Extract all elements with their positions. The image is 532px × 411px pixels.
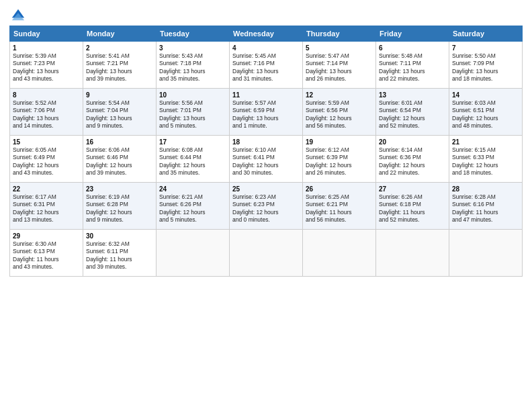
calendar-cell: 18Sunrise: 6:10 AMSunset: 6:41 PMDayligh… bbox=[230, 136, 303, 183]
calendar-cell: 9Sunrise: 5:54 AMSunset: 7:04 PMDaylight… bbox=[83, 89, 157, 136]
day-info: Sunrise: 5:48 AMSunset: 7:11 PMDaylight:… bbox=[379, 52, 446, 83]
calendar-cell: 3Sunrise: 5:43 AMSunset: 7:18 PMDaylight… bbox=[157, 42, 230, 89]
day-info: Sunrise: 6:14 AMSunset: 6:36 PMDaylight:… bbox=[379, 146, 446, 177]
day-info: Sunrise: 6:01 AMSunset: 6:54 PMDaylight:… bbox=[379, 99, 446, 130]
calendar-cell bbox=[157, 230, 230, 277]
day-number: 27 bbox=[379, 185, 446, 193]
calendar-cell: 27Sunrise: 6:26 AMSunset: 6:18 PMDayligh… bbox=[376, 183, 449, 230]
day-info: Sunrise: 6:28 AMSunset: 6:16 PMDaylight:… bbox=[452, 193, 519, 224]
calendar-header-row: SundayMondayTuesdayWednesdayThursdayFrid… bbox=[10, 26, 523, 42]
day-number: 15 bbox=[13, 138, 80, 146]
day-info: Sunrise: 6:19 AMSunset: 6:28 PMDaylight:… bbox=[86, 193, 153, 224]
calendar-cell: 12Sunrise: 5:59 AMSunset: 6:56 PMDayligh… bbox=[303, 89, 376, 136]
calendar-cell: 10Sunrise: 5:56 AMSunset: 7:01 PMDayligh… bbox=[157, 89, 230, 136]
day-info: Sunrise: 5:57 AMSunset: 6:59 PMDaylight:… bbox=[232, 99, 300, 130]
day-info: Sunrise: 5:39 AMSunset: 7:23 PMDaylight:… bbox=[13, 52, 80, 83]
day-number: 16 bbox=[86, 138, 153, 146]
col-header-wednesday: Wednesday bbox=[230, 26, 303, 42]
week-row-4: 22Sunrise: 6:17 AMSunset: 6:31 PMDayligh… bbox=[10, 183, 523, 230]
day-number: 3 bbox=[159, 44, 226, 52]
day-number: 14 bbox=[452, 91, 519, 99]
day-number: 29 bbox=[13, 232, 80, 240]
day-info: Sunrise: 5:52 AMSunset: 7:06 PMDaylight:… bbox=[13, 99, 80, 130]
calendar-cell bbox=[303, 230, 376, 277]
logo-icon bbox=[11, 7, 26, 21]
week-row-1: 1Sunrise: 5:39 AMSunset: 7:23 PMDaylight… bbox=[10, 42, 523, 89]
calendar-cell: 7Sunrise: 5:50 AMSunset: 7:09 PMDaylight… bbox=[449, 42, 523, 89]
week-row-2: 8Sunrise: 5:52 AMSunset: 7:06 PMDaylight… bbox=[10, 89, 523, 136]
day-info: Sunrise: 5:50 AMSunset: 7:09 PMDaylight:… bbox=[452, 52, 519, 83]
calendar-cell: 30Sunrise: 6:32 AMSunset: 6:11 PMDayligh… bbox=[83, 230, 157, 277]
day-info: Sunrise: 5:59 AMSunset: 6:56 PMDaylight:… bbox=[306, 99, 373, 130]
day-info: Sunrise: 6:08 AMSunset: 6:44 PMDaylight:… bbox=[159, 146, 226, 177]
calendar-cell: 4Sunrise: 5:45 AMSunset: 7:16 PMDaylight… bbox=[230, 42, 303, 89]
day-number: 9 bbox=[86, 91, 153, 99]
day-number: 1 bbox=[13, 44, 80, 52]
day-info: Sunrise: 6:23 AMSunset: 6:23 PMDaylight:… bbox=[232, 193, 300, 224]
day-number: 11 bbox=[232, 91, 300, 99]
col-header-thursday: Thursday bbox=[303, 26, 376, 42]
day-info: Sunrise: 6:06 AMSunset: 6:46 PMDaylight:… bbox=[86, 146, 153, 177]
calendar-cell: 13Sunrise: 6:01 AMSunset: 6:54 PMDayligh… bbox=[376, 89, 449, 136]
day-number: 12 bbox=[306, 91, 373, 99]
day-number: 28 bbox=[452, 185, 519, 193]
calendar-cell: 8Sunrise: 5:52 AMSunset: 7:06 PMDaylight… bbox=[10, 89, 83, 136]
day-number: 10 bbox=[159, 91, 226, 99]
day-info: Sunrise: 6:15 AMSunset: 6:33 PMDaylight:… bbox=[452, 146, 519, 177]
calendar-cell: 21Sunrise: 6:15 AMSunset: 6:33 PMDayligh… bbox=[449, 136, 523, 183]
day-info: Sunrise: 6:25 AMSunset: 6:21 PMDaylight:… bbox=[306, 193, 373, 224]
day-number: 22 bbox=[13, 185, 80, 193]
calendar-cell: 23Sunrise: 6:19 AMSunset: 6:28 PMDayligh… bbox=[83, 183, 157, 230]
day-info: Sunrise: 6:26 AMSunset: 6:18 PMDaylight:… bbox=[379, 193, 446, 224]
day-number: 25 bbox=[232, 185, 300, 193]
col-header-tuesday: Tuesday bbox=[157, 26, 230, 42]
calendar-table: SundayMondayTuesdayWednesdayThursdayFrid… bbox=[9, 26, 523, 277]
day-number: 6 bbox=[379, 44, 446, 52]
calendar-cell: 16Sunrise: 6:06 AMSunset: 6:46 PMDayligh… bbox=[83, 136, 157, 183]
day-info: Sunrise: 5:45 AMSunset: 7:16 PMDaylight:… bbox=[232, 52, 300, 83]
calendar-cell: 14Sunrise: 6:03 AMSunset: 6:51 PMDayligh… bbox=[449, 89, 523, 136]
day-info: Sunrise: 6:30 AMSunset: 6:13 PMDaylight:… bbox=[13, 240, 80, 271]
day-number: 13 bbox=[379, 91, 446, 99]
calendar-cell: 19Sunrise: 6:12 AMSunset: 6:39 PMDayligh… bbox=[303, 136, 376, 183]
calendar-cell: 6Sunrise: 5:48 AMSunset: 7:11 PMDaylight… bbox=[376, 42, 449, 89]
day-info: Sunrise: 5:41 AMSunset: 7:21 PMDaylight:… bbox=[86, 52, 153, 83]
day-info: Sunrise: 6:12 AMSunset: 6:39 PMDaylight:… bbox=[306, 146, 373, 177]
col-header-saturday: Saturday bbox=[449, 26, 523, 42]
col-header-friday: Friday bbox=[376, 26, 449, 42]
calendar-cell: 17Sunrise: 6:08 AMSunset: 6:44 PMDayligh… bbox=[157, 136, 230, 183]
calendar-cell: 22Sunrise: 6:17 AMSunset: 6:31 PMDayligh… bbox=[10, 183, 83, 230]
day-number: 17 bbox=[159, 138, 226, 146]
day-info: Sunrise: 6:21 AMSunset: 6:26 PMDaylight:… bbox=[159, 193, 226, 224]
calendar-cell: 1Sunrise: 5:39 AMSunset: 7:23 PMDaylight… bbox=[10, 42, 83, 89]
logo bbox=[9, 7, 26, 21]
calendar-cell: 29Sunrise: 6:30 AMSunset: 6:13 PMDayligh… bbox=[10, 230, 83, 277]
day-number: 19 bbox=[306, 138, 373, 146]
day-number: 18 bbox=[232, 138, 300, 146]
calendar-cell: 2Sunrise: 5:41 AMSunset: 7:21 PMDaylight… bbox=[83, 42, 157, 89]
day-info: Sunrise: 5:43 AMSunset: 7:18 PMDaylight:… bbox=[159, 52, 226, 83]
day-info: Sunrise: 5:54 AMSunset: 7:04 PMDaylight:… bbox=[86, 99, 153, 130]
day-info: Sunrise: 6:32 AMSunset: 6:11 PMDaylight:… bbox=[86, 240, 153, 271]
calendar-cell bbox=[230, 230, 303, 277]
day-info: Sunrise: 6:10 AMSunset: 6:41 PMDaylight:… bbox=[232, 146, 300, 177]
day-number: 24 bbox=[159, 185, 226, 193]
week-row-5: 29Sunrise: 6:30 AMSunset: 6:13 PMDayligh… bbox=[10, 230, 523, 277]
col-header-monday: Monday bbox=[83, 26, 157, 42]
day-info: Sunrise: 6:05 AMSunset: 6:49 PMDaylight:… bbox=[13, 146, 80, 177]
day-number: 7 bbox=[452, 44, 519, 52]
day-number: 21 bbox=[452, 138, 519, 146]
page: SundayMondayTuesdayWednesdayThursdayFrid… bbox=[0, 0, 532, 411]
calendar-cell: 11Sunrise: 5:57 AMSunset: 6:59 PMDayligh… bbox=[230, 89, 303, 136]
week-row-3: 15Sunrise: 6:05 AMSunset: 6:49 PMDayligh… bbox=[10, 136, 523, 183]
calendar-cell: 28Sunrise: 6:28 AMSunset: 6:16 PMDayligh… bbox=[449, 183, 523, 230]
day-number: 2 bbox=[86, 44, 153, 52]
header bbox=[9, 7, 523, 21]
day-info: Sunrise: 6:03 AMSunset: 6:51 PMDaylight:… bbox=[452, 99, 519, 130]
day-number: 30 bbox=[86, 232, 153, 240]
calendar-cell: 5Sunrise: 5:47 AMSunset: 7:14 PMDaylight… bbox=[303, 42, 376, 89]
calendar-cell: 15Sunrise: 6:05 AMSunset: 6:49 PMDayligh… bbox=[10, 136, 83, 183]
calendar-cell bbox=[449, 230, 523, 277]
day-number: 20 bbox=[379, 138, 446, 146]
day-number: 5 bbox=[306, 44, 373, 52]
